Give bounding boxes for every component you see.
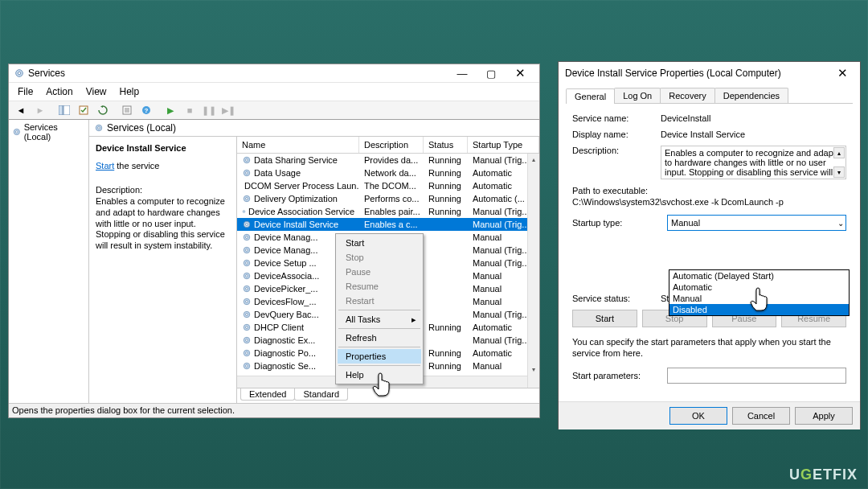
properties-close-button[interactable]: ✕ xyxy=(831,65,854,81)
cancel-button[interactable]: Cancel xyxy=(732,407,790,425)
gear-icon xyxy=(242,220,252,229)
col-status[interactable]: Status xyxy=(424,137,468,153)
display-name-label: Display name: xyxy=(572,129,661,139)
service-name: Diagnostic Po... xyxy=(254,348,316,358)
back-button[interactable]: ◄ xyxy=(12,102,30,118)
description-box: Enables a computer to recognize and adap… xyxy=(661,146,846,179)
description-label: Description: xyxy=(572,146,661,155)
col-startup-type[interactable]: Startup Type xyxy=(468,137,539,153)
context-pause: Pause xyxy=(338,265,421,279)
startup-type-combo[interactable]: Manual ⌄ xyxy=(667,215,846,231)
ok-button[interactable]: OK xyxy=(669,407,727,425)
service-name: Device Install Service xyxy=(254,220,338,229)
service-row[interactable]: Device Install ServiceEnables a c...Manu… xyxy=(237,218,539,231)
svg-point-38 xyxy=(246,301,248,303)
service-status: Running xyxy=(424,361,468,371)
path-label: Path to executable: xyxy=(572,186,648,195)
start-service-button[interactable]: ▶ xyxy=(162,102,179,118)
gear-icon xyxy=(242,271,252,281)
start-parameters-input[interactable] xyxy=(667,368,846,384)
show-hide-tree-button[interactable] xyxy=(55,102,73,118)
service-row[interactable]: Data UsageNetwork da...RunningAutomatic xyxy=(237,166,539,179)
tab-extended[interactable]: Extended xyxy=(240,388,295,401)
service-row[interactable]: Device Association ServiceEnables pair..… xyxy=(237,205,539,218)
menu-view[interactable]: View xyxy=(80,84,113,99)
menu-help[interactable]: Help xyxy=(114,84,145,99)
svg-point-24 xyxy=(244,211,244,212)
refresh-button[interactable] xyxy=(94,102,112,118)
toolbar: ◄ ► ? ▶ ■ ❚❚ ▶❚ xyxy=(9,101,539,120)
path-value: C:\Windows\system32\svchost.exe -k DcomL… xyxy=(572,197,784,207)
watermark: UGETFIX xyxy=(789,466,858,483)
service-name: DHCP Client xyxy=(254,323,304,332)
service-row[interactable]: Delivery OptimizationPerforms co...Runni… xyxy=(237,192,539,205)
tab-standard[interactable]: Standard xyxy=(294,388,348,401)
vertical-scrollbar[interactable]: ▴ ▾ xyxy=(527,154,539,388)
service-name: Data Sharing Service xyxy=(254,155,338,165)
services-window: Services — ▢ ✕ File Action View Help ◄ ►… xyxy=(8,64,540,418)
properties-titlebar: Device Install Service Properties (Local… xyxy=(559,62,860,84)
context-start[interactable]: Start xyxy=(338,236,421,250)
start-parameters-label: Start parameters: xyxy=(572,371,667,380)
services-title: Services xyxy=(28,68,448,79)
service-row[interactable]: Data Sharing ServiceProvides da...Runnin… xyxy=(237,154,539,166)
menu-file[interactable]: File xyxy=(12,84,39,99)
services-titlebar: Services — ▢ ✕ xyxy=(9,64,539,82)
tab-general[interactable]: General xyxy=(566,88,615,104)
desc-scroll-up-icon[interactable]: ▴ xyxy=(833,147,845,158)
context-refresh[interactable]: Refresh xyxy=(338,331,421,345)
maximize-button[interactable]: ▢ xyxy=(477,65,506,81)
properties-toolbar-button[interactable] xyxy=(118,102,136,118)
desc-scroll-down-icon[interactable]: ▾ xyxy=(833,166,845,178)
service-name: DevicesFlow_... xyxy=(254,297,317,306)
menu-action[interactable]: Action xyxy=(40,84,78,99)
startup-option[interactable]: Automatic (Delayed Start) xyxy=(669,270,849,281)
start-button[interactable]: Start xyxy=(572,310,637,327)
service-status: Running xyxy=(424,181,468,191)
col-name[interactable]: Name xyxy=(237,137,359,153)
svg-rect-2 xyxy=(59,105,63,115)
tab-recovery[interactable]: Recovery xyxy=(660,88,714,103)
hand-cursor-icon xyxy=(371,370,395,399)
service-name: DCOM Server Process Laun... xyxy=(244,181,359,191)
service-name-value: DeviceInstall xyxy=(661,113,846,123)
context-menu: StartStopPauseResumeRestartAll Tasks▸Ref… xyxy=(335,233,424,384)
service-status: Running xyxy=(424,323,468,332)
help-toolbar-button[interactable]: ? xyxy=(137,102,155,118)
tab-dependencies[interactable]: Dependencies xyxy=(714,88,788,103)
gear-icon xyxy=(242,207,246,216)
service-name: Diagnostic Se... xyxy=(254,361,316,371)
tree-item-services-local[interactable]: Services (Local) xyxy=(10,121,87,142)
forward-button[interactable]: ► xyxy=(31,102,49,118)
scroll-down-icon[interactable]: ▾ xyxy=(528,364,539,376)
service-name: DevicePicker_... xyxy=(254,284,317,294)
service-name: Diagnostic Ex... xyxy=(254,335,315,345)
gear-icon xyxy=(242,245,252,255)
start-link[interactable]: Start xyxy=(96,161,114,171)
minimize-button[interactable]: — xyxy=(448,65,477,81)
svg-point-26 xyxy=(246,224,248,226)
gear-icon xyxy=(242,361,252,371)
scroll-up-icon[interactable]: ▴ xyxy=(528,154,539,166)
gear-icon xyxy=(242,232,252,242)
col-description[interactable]: Description xyxy=(359,137,424,153)
restart-service-button[interactable]: ▶❚ xyxy=(219,102,237,118)
tab-log-on[interactable]: Log On xyxy=(614,88,661,103)
gear-icon xyxy=(242,297,252,306)
context-properties[interactable]: Properties xyxy=(338,349,421,364)
gear-icon xyxy=(242,323,252,332)
service-name: Device Setup ... xyxy=(254,258,317,268)
service-status: Running xyxy=(424,348,468,358)
svg-point-1 xyxy=(18,72,21,75)
service-desc: Network da... xyxy=(359,168,424,178)
startup-type-label: Startup type: xyxy=(572,218,667,228)
service-status: Running xyxy=(424,155,468,165)
apply-button[interactable]: Apply xyxy=(795,407,853,425)
close-button[interactable]: ✕ xyxy=(506,65,534,81)
stop-service-button[interactable]: ■ xyxy=(181,102,199,118)
context-all-tasks[interactable]: All Tasks▸ xyxy=(338,312,421,327)
service-status: Running xyxy=(424,194,468,203)
export-button[interactable] xyxy=(75,102,92,118)
service-row[interactable]: DCOM Server Process Laun...The DCOM...Ru… xyxy=(237,179,539,192)
pause-service-button[interactable]: ❚❚ xyxy=(200,102,218,118)
